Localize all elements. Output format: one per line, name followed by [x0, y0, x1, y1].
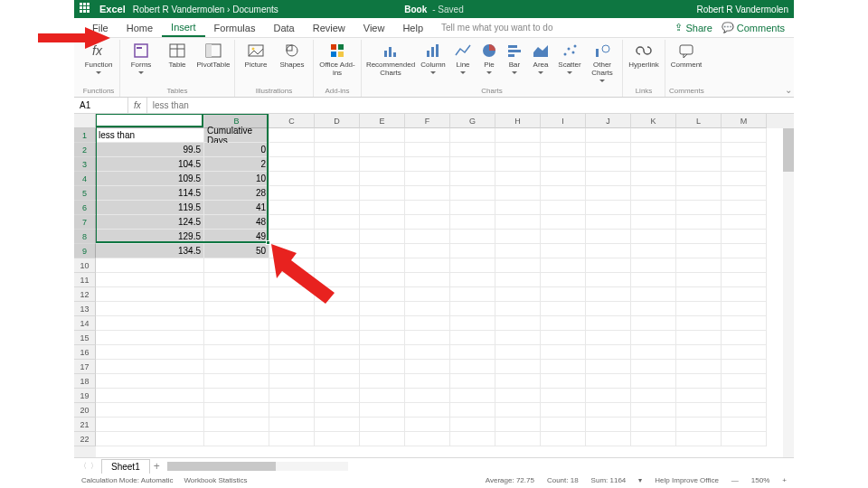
cell[interactable]: [722, 345, 767, 360]
add-sheet-button[interactable]: +: [154, 460, 160, 473]
cell[interactable]: [586, 345, 631, 360]
cell[interactable]: [631, 287, 676, 302]
tab-review[interactable]: Review: [304, 18, 354, 37]
cell[interactable]: [96, 403, 204, 418]
forms-button[interactable]: Forms: [124, 40, 158, 76]
cell[interactable]: [631, 374, 676, 389]
cell[interactable]: [315, 201, 360, 215]
hscroll-thumb[interactable]: [167, 462, 276, 471]
cell[interactable]: [722, 201, 767, 215]
cell[interactable]: [631, 215, 676, 230]
cell[interactable]: [586, 360, 631, 374]
sheet-nav-next-icon[interactable]: 〉: [90, 461, 98, 471]
cell[interactable]: [676, 244, 722, 258]
cell[interactable]: [450, 374, 495, 389]
cell[interactable]: [722, 186, 767, 201]
cell[interactable]: [541, 287, 586, 302]
column-chart-button[interactable]: Column: [418, 40, 448, 76]
cell[interactable]: 129.5: [96, 230, 204, 244]
cell[interactable]: [450, 143, 495, 157]
column-header[interactable]: F: [405, 114, 450, 128]
cell[interactable]: 2: [204, 157, 269, 172]
row-header[interactable]: 1: [74, 128, 96, 143]
cell[interactable]: [676, 258, 722, 273]
cell[interactable]: [631, 143, 676, 157]
cell[interactable]: [204, 331, 269, 345]
row-header[interactable]: 17: [74, 360, 96, 374]
cell[interactable]: [586, 172, 631, 186]
cell[interactable]: [315, 230, 360, 244]
cell[interactable]: [450, 128, 495, 143]
cell[interactable]: [405, 418, 450, 432]
cell[interactable]: [405, 287, 450, 302]
cell[interactable]: [676, 345, 722, 360]
cell[interactable]: [450, 201, 495, 215]
cell[interactable]: [96, 302, 204, 316]
cell[interactable]: 0: [204, 143, 269, 157]
cell[interactable]: [631, 432, 676, 446]
cell[interactable]: [405, 302, 450, 316]
cell[interactable]: [315, 360, 360, 374]
cell[interactable]: [495, 432, 541, 446]
row-header[interactable]: 11: [74, 273, 96, 287]
cell[interactable]: [450, 244, 495, 258]
column-header[interactable]: I: [541, 114, 586, 128]
cell[interactable]: [269, 360, 315, 374]
pie-chart-button[interactable]: Pie: [477, 40, 501, 76]
cell[interactable]: [541, 302, 586, 316]
cell[interactable]: [631, 345, 676, 360]
comments-button[interactable]: 💬 Comments: [722, 22, 785, 33]
cell[interactable]: [204, 418, 269, 432]
cell[interactable]: [722, 389, 767, 403]
picture-button[interactable]: Picture: [239, 40, 273, 71]
cell[interactable]: [405, 345, 450, 360]
cell[interactable]: [586, 418, 631, 432]
cell[interactable]: [450, 172, 495, 186]
sheet-nav-prev-icon[interactable]: 〈: [80, 461, 87, 471]
cell[interactable]: [631, 244, 676, 258]
workbook-stats[interactable]: Workbook Statistics: [184, 476, 247, 484]
cell[interactable]: [676, 273, 722, 287]
column-header[interactable]: K: [631, 114, 676, 128]
row-header[interactable]: 16: [74, 345, 96, 360]
column-header[interactable]: M: [722, 114, 767, 128]
cell[interactable]: [541, 201, 586, 215]
cell[interactable]: [315, 172, 360, 186]
cell[interactable]: [631, 360, 676, 374]
cell[interactable]: [586, 287, 631, 302]
cell[interactable]: [495, 331, 541, 345]
name-box[interactable]: A1: [74, 98, 128, 113]
cell[interactable]: less than: [96, 128, 204, 143]
cell[interactable]: [722, 374, 767, 389]
cell[interactable]: [405, 389, 450, 403]
addins-button[interactable]: Office Add-ins: [317, 40, 357, 80]
hyperlink-button[interactable]: Hyperlink: [627, 40, 661, 71]
cell[interactable]: [586, 403, 631, 418]
cell[interactable]: [676, 215, 722, 230]
tab-data[interactable]: Data: [264, 18, 303, 37]
cell[interactable]: [722, 258, 767, 273]
zoom-level[interactable]: 150%: [751, 476, 769, 484]
cell[interactable]: [269, 201, 315, 215]
cell[interactable]: [360, 172, 405, 186]
cell[interactable]: [405, 186, 450, 201]
cell[interactable]: [631, 230, 676, 244]
cell[interactable]: [722, 244, 767, 258]
help-improve[interactable]: Help Improve Office: [655, 476, 719, 484]
cell[interactable]: [541, 345, 586, 360]
cell[interactable]: [360, 302, 405, 316]
cell[interactable]: [722, 403, 767, 418]
cell[interactable]: 104.5: [96, 157, 204, 172]
cell[interactable]: [96, 345, 204, 360]
cell[interactable]: [722, 287, 767, 302]
cell[interactable]: [315, 374, 360, 389]
cell[interactable]: [269, 331, 315, 345]
cell[interactable]: [676, 302, 722, 316]
cell[interactable]: [495, 316, 541, 331]
cell[interactable]: [676, 143, 722, 157]
cell[interactable]: [450, 273, 495, 287]
cell[interactable]: [405, 230, 450, 244]
cell[interactable]: [405, 273, 450, 287]
cell[interactable]: [450, 186, 495, 201]
cell[interactable]: [495, 403, 541, 418]
